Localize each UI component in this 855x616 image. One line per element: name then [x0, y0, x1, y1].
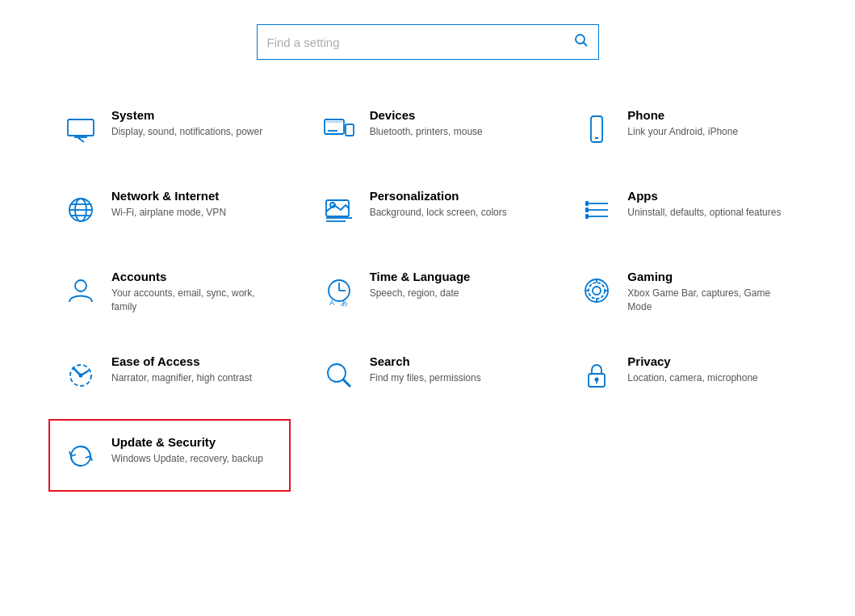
svg-rect-24 [585, 207, 589, 212]
svg-point-44 [595, 377, 599, 381]
accounts-icon [61, 271, 100, 310]
setting-title-ease: Ease of Access [111, 354, 252, 368]
search-container [48, 24, 807, 60]
setting-item-privacy[interactable]: PrivacyLocation, camera, microphone [564, 338, 807, 411]
setting-text-ease: Ease of AccessNarrator, magnifier, high … [111, 354, 252, 385]
setting-title-phone: Phone [627, 108, 738, 122]
svg-point-41 [328, 364, 346, 382]
setting-title-network: Network & Internet [111, 189, 226, 203]
svg-line-1 [583, 43, 587, 47]
setting-title-time: Time & Language [370, 270, 471, 283]
setting-text-time: Time & LanguageSpeech, region, date [370, 270, 471, 300]
setting-item-personalization[interactable]: PersonalizationBackground, lock screen, … [307, 173, 549, 245]
setting-desc-ease: Narrator, magnifier, high contrast [111, 371, 252, 385]
setting-desc-system: Display, sound, notifications, power [111, 125, 262, 139]
time-icon: A あ [320, 271, 358, 310]
update-icon [61, 437, 100, 476]
setting-item-search-setting[interactable]: SearchFind my files, permissions [307, 338, 549, 411]
setting-text-phone: PhoneLink your Android, iPhone [627, 108, 738, 139]
setting-title-search-setting: Search [370, 354, 481, 368]
setting-desc-network: Wi-Fi, airplane mode, VPN [111, 206, 226, 220]
setting-text-network: Network & InternetWi-Fi, airplane mode, … [111, 189, 226, 220]
setting-desc-accounts: Your accounts, email, sync, work, family [111, 287, 278, 314]
svg-point-17 [330, 203, 335, 207]
setting-text-personalization: PersonalizationBackground, lock screen, … [370, 189, 507, 220]
svg-point-0 [576, 35, 585, 44]
svg-rect-2 [68, 119, 94, 136]
privacy-icon [577, 356, 616, 395]
svg-point-34 [593, 287, 601, 295]
svg-point-40 [79, 373, 83, 377]
setting-item-accounts[interactable]: AccountsYour accounts, email, sync, work… [48, 254, 291, 330]
setting-title-apps: Apps [627, 189, 781, 203]
search-box [257, 24, 599, 60]
setting-title-privacy: Privacy [627, 354, 757, 368]
setting-desc-personalization: Background, lock screen, colors [370, 206, 507, 220]
network-icon [61, 191, 100, 229]
setting-desc-time: Speech, region, date [370, 287, 471, 300]
setting-title-gaming: Gaming [627, 270, 794, 283]
setting-title-personalization: Personalization [370, 189, 507, 203]
settings-grid: SystemDisplay, sound, notifications, pow… [48, 92, 807, 492]
setting-item-system[interactable]: SystemDisplay, sound, notifications, pow… [48, 92, 291, 165]
setting-desc-privacy: Location, camera, microphone [627, 371, 757, 385]
search-icon [574, 33, 589, 51]
setting-item-gaming[interactable]: GamingXbox Game Bar, captures, Game Mode [564, 254, 807, 330]
setting-title-update: Update & Security [111, 435, 263, 449]
svg-point-33 [589, 283, 605, 299]
setting-desc-phone: Link your Android, iPhone [627, 125, 738, 139]
setting-text-system: SystemDisplay, sound, notifications, pow… [111, 108, 262, 139]
gaming-icon [577, 271, 616, 310]
setting-text-apps: AppsUninstall, defaults, optional featur… [627, 189, 781, 220]
svg-text:あ: あ [341, 299, 348, 307]
setting-text-accounts: AccountsYour accounts, email, sync, work… [111, 270, 278, 314]
setting-text-update: Update & SecurityWindows Update, recover… [111, 435, 263, 466]
setting-desc-devices: Bluetooth, printers, mouse [370, 125, 483, 139]
setting-text-gaming: GamingXbox Game Bar, captures, Game Mode [627, 270, 794, 314]
setting-text-search-setting: SearchFind my files, permissions [370, 354, 481, 385]
search-setting-icon [320, 356, 358, 395]
setting-item-devices[interactable]: DevicesBluetooth, printers, mouse [307, 92, 549, 165]
search-input[interactable] [267, 36, 574, 49]
svg-rect-8 [326, 121, 342, 123]
phone-icon [577, 110, 616, 149]
setting-item-time[interactable]: A あ Time & LanguageSpeech, region, date [307, 254, 549, 330]
setting-title-system: System [111, 108, 262, 122]
apps-icon [577, 191, 616, 229]
svg-text:A: A [329, 299, 334, 307]
svg-rect-23 [585, 201, 589, 206]
setting-item-network[interactable]: Network & InternetWi-Fi, airplane mode, … [48, 173, 291, 245]
settings-page: SystemDisplay, sound, notifications, pow… [0, 0, 855, 616]
setting-title-devices: Devices [370, 108, 483, 122]
setting-item-ease[interactable]: Ease of AccessNarrator, magnifier, high … [48, 338, 291, 411]
setting-desc-apps: Uninstall, defaults, optional features [627, 206, 781, 220]
svg-rect-25 [585, 214, 589, 219]
setting-item-apps[interactable]: AppsUninstall, defaults, optional featur… [564, 173, 807, 245]
setting-desc-gaming: Xbox Game Bar, captures, Game Mode [627, 287, 794, 314]
svg-line-42 [343, 379, 350, 387]
system-icon [61, 110, 100, 149]
setting-item-update[interactable]: Update & SecurityWindows Update, recover… [48, 419, 291, 492]
ease-icon [61, 356, 100, 395]
setting-text-devices: DevicesBluetooth, printers, mouse [370, 108, 483, 139]
svg-rect-6 [346, 124, 354, 136]
setting-desc-update: Windows Update, recovery, backup [111, 452, 263, 466]
setting-desc-search-setting: Find my files, permissions [370, 371, 481, 385]
setting-text-privacy: PrivacyLocation, camera, microphone [627, 354, 757, 385]
devices-icon [320, 110, 358, 149]
setting-title-accounts: Accounts [111, 270, 278, 283]
setting-item-phone[interactable]: PhoneLink your Android, iPhone [564, 92, 807, 165]
svg-point-26 [75, 280, 86, 291]
personalization-icon [320, 191, 358, 229]
